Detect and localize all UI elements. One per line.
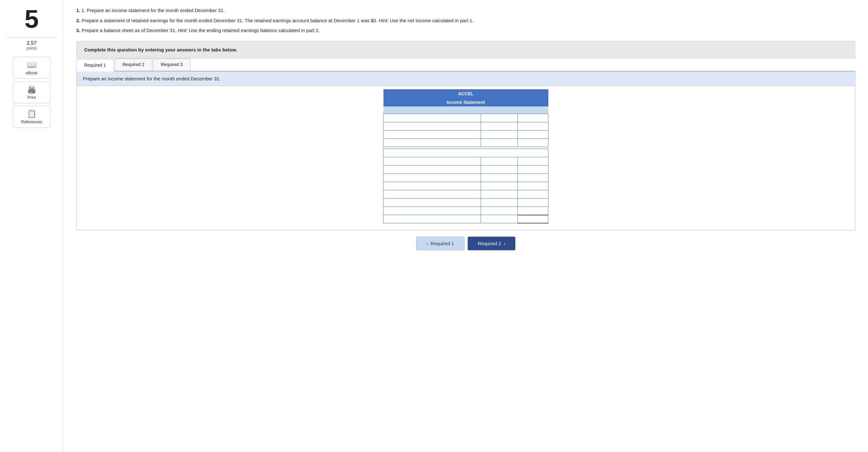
statement-container: ACCEL Income Statement — [76, 86, 855, 230]
revenue-item-1-row — [383, 122, 548, 131]
sidebar: 5 2.57 points 📖 eBook 🖨️ Print 📋 Referen… — [0, 0, 64, 452]
expense-item-2-amount[interactable] — [481, 165, 517, 173]
question-text: 1. 1. Prepare an income statement for th… — [76, 6, 855, 35]
print-label: Print — [27, 95, 36, 100]
expense-item-5-label[interactable] — [383, 190, 481, 198]
date-input[interactable] — [385, 107, 547, 114]
statement-title-row: Income Statement — [383, 98, 548, 106]
points-value: 2.57 — [26, 40, 36, 46]
ebook-button[interactable]: 📖 eBook — [13, 57, 51, 79]
expense-item-6-amount[interactable] — [481, 198, 517, 206]
expense-item-3-label[interactable] — [383, 174, 481, 182]
question-part1: 1. 1. Prepare an income statement for th… — [76, 6, 855, 14]
expense-item-3-row — [383, 174, 548, 182]
prev-label: Required 1 — [431, 241, 454, 246]
expense-item-1-row — [383, 157, 548, 165]
company-name-row: ACCEL — [383, 89, 548, 98]
question-number: 5 — [25, 6, 39, 32]
expense-item-5-row — [383, 190, 548, 198]
net-income-row — [383, 215, 548, 223]
total-expenses-label[interactable] — [383, 207, 481, 215]
points-display: 2.57 points — [26, 40, 36, 51]
ebook-icon: 📖 — [27, 60, 36, 69]
statement-title: Income Statement — [383, 98, 548, 106]
ebook-label: eBook — [26, 70, 37, 75]
income-statement-table: ACCEL Income Statement — [383, 89, 548, 224]
question-part2: 2. Prepare a statement of retained earni… — [76, 17, 855, 25]
company-name: ACCEL — [383, 89, 548, 98]
tab-required3[interactable]: Required 3 — [153, 59, 191, 71]
references-button[interactable]: 📋 References — [13, 106, 51, 128]
expense-item-4-label[interactable] — [383, 182, 481, 190]
net-income-label[interactable] — [383, 215, 481, 223]
expense-item-6-row — [383, 198, 548, 207]
expenses-label-input[interactable] — [383, 149, 548, 157]
tab-required2[interactable]: Required 2 — [115, 59, 153, 71]
revenue-item-2-amount[interactable] — [481, 131, 517, 138]
date-cell — [383, 106, 548, 114]
tab-description: Prepare an income statement for the mont… — [76, 71, 855, 86]
expense-item-2-label[interactable] — [383, 165, 481, 173]
bottom-nav: ‹ Required 1 Required 2 › — [76, 230, 855, 254]
expense-item-3-amount[interactable] — [481, 174, 517, 182]
date-row — [383, 106, 548, 114]
expense-item-5-amount[interactable] — [481, 190, 517, 198]
print-button[interactable]: 🖨️ Print — [13, 81, 51, 103]
expense-item-4-row — [383, 182, 548, 190]
revenue-item-1-amount[interactable] — [481, 122, 517, 130]
prev-chevron-icon: ‹ — [427, 241, 428, 246]
references-label: References — [21, 120, 42, 124]
total-revenues-label[interactable] — [383, 139, 481, 147]
tab-required1[interactable]: Required 1 — [76, 59, 114, 71]
total-revenues-amount[interactable] — [518, 139, 548, 147]
total-expenses-amount[interactable] — [518, 207, 548, 215]
points-label: points — [26, 46, 36, 51]
revenues-row — [383, 114, 548, 122]
expense-item-6-label[interactable] — [383, 198, 481, 206]
tabs-container: Required 1 Required 2 Required 3 — [76, 59, 855, 71]
next-label: Required 2 — [478, 241, 501, 246]
revenue-item-1-label[interactable] — [383, 122, 481, 130]
next-button[interactable]: Required 2 › — [468, 237, 515, 250]
next-chevron-icon: › — [503, 241, 505, 246]
total-revenues-row — [383, 139, 548, 147]
prev-button[interactable]: ‹ Required 1 — [416, 237, 465, 250]
expenses-header-row — [383, 149, 548, 157]
expense-item-1-label[interactable] — [383, 157, 481, 165]
total-expenses-row — [383, 207, 548, 215]
instruction-box: Complete this question by entering your … — [76, 41, 855, 59]
expense-item-4-amount[interactable] — [481, 182, 517, 190]
question-part3: 3. Prepare a balance sheet as of Decembe… — [76, 26, 855, 35]
revenues-label-input[interactable] — [383, 114, 481, 122]
references-icon: 📋 — [27, 109, 36, 118]
tab-panel-required1: Prepare an income statement for the mont… — [76, 71, 855, 231]
revenue-item-2-label[interactable] — [383, 131, 481, 138]
expense-item-2-row — [383, 165, 548, 174]
net-income-amount[interactable] — [518, 215, 548, 223]
print-icon: 🖨️ — [27, 85, 36, 94]
expense-item-1-amount[interactable] — [481, 157, 517, 165]
revenue-item-2-row — [383, 131, 548, 139]
main-content: 1. 1. Prepare an income statement for th… — [64, 0, 868, 452]
